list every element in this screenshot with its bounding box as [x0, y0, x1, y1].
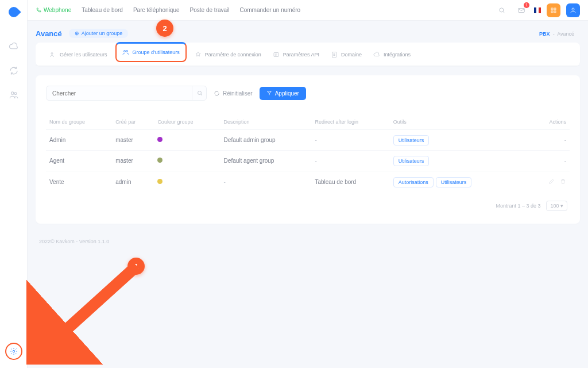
col-actions: Actions: [526, 114, 570, 130]
cell-name: Vente: [46, 171, 112, 193]
cell-created-by: admin: [112, 171, 154, 193]
nav-dashboard[interactable]: Tableau de bord: [82, 7, 123, 13]
tool-button[interactable]: Utilisateurs: [436, 177, 472, 187]
cell-name: Agent: [46, 151, 112, 171]
topbar: Webphone Tableau de bord Parc téléphoniq…: [28, 0, 588, 21]
webphone-link[interactable]: Webphone: [36, 7, 71, 13]
cell-tools: Utilisateurs: [390, 151, 526, 171]
search-input[interactable]: [46, 86, 207, 101]
cell-created-by: master: [112, 151, 154, 171]
svg-point-9: [572, 8, 574, 10]
users-icon[interactable]: [9, 90, 19, 100]
cell-tools: AutorisationsUtilisateurs: [390, 171, 526, 193]
sidebar: [0, 0, 28, 368]
pagination-info: Montrant 1 – 3 de 3: [496, 203, 540, 209]
tab-user-group[interactable]: Groupe d'utilisateurs: [115, 42, 187, 62]
tab-manage-users[interactable]: Gérer les utilisateurs: [44, 43, 113, 66]
cell-color: [154, 171, 220, 193]
apply-button[interactable]: Appliquer: [260, 87, 306, 100]
cell-redirect: Tableau de bord: [311, 171, 389, 193]
cloud-icon[interactable]: [9, 41, 19, 52]
cell-name: Admin: [46, 130, 112, 151]
tab-login-param[interactable]: Paramètre de connexion: [189, 43, 267, 66]
cell-color: [154, 130, 220, 151]
cell-redirect: -: [311, 130, 389, 151]
svg-rect-14: [332, 52, 336, 57]
col-created-by: Créé par: [112, 114, 154, 130]
cell-created-by: master: [112, 130, 154, 151]
add-group-button[interactable]: ⊕ Ajouter un groupe: [69, 29, 129, 38]
svg-point-12: [126, 51, 127, 52]
svg-point-0: [11, 92, 14, 95]
col-name: Nom du groupe: [46, 114, 112, 130]
tab-api-params[interactable]: Paramètres API: [267, 43, 325, 66]
svg-rect-7: [551, 11, 553, 13]
chevron-down-icon: ▾: [560, 203, 563, 209]
reset-button[interactable]: Réinitialiser: [214, 90, 253, 97]
top-nav: Tableau de bord Parc téléphonique Poste …: [82, 7, 300, 13]
flag-france-icon[interactable]: [534, 7, 541, 13]
svg-point-3: [500, 7, 504, 12]
col-color: Couleur groupe: [154, 114, 220, 130]
svg-point-10: [51, 53, 53, 55]
annotation-2: 2: [156, 20, 173, 37]
svg-rect-8: [554, 11, 556, 13]
cell-redirect: -: [311, 151, 389, 171]
cell-description: Default agent group: [220, 151, 312, 171]
footer-text: 2022© Kavkom - Version 1.1.0: [36, 233, 580, 244]
tab-integrations[interactable]: Intégrations: [368, 43, 416, 66]
annotation-arrow: [26, 255, 153, 365]
svg-point-15: [198, 91, 201, 95]
plus-icon: ⊕: [75, 30, 79, 36]
nav-workstation[interactable]: Poste de travail: [190, 7, 230, 13]
svg-rect-13: [274, 53, 278, 57]
svg-line-16: [44, 270, 133, 350]
table-row: Vente admin - Tableau de bord Autorisati…: [46, 171, 570, 193]
cell-color: [154, 151, 220, 171]
svg-point-1: [14, 93, 17, 95]
svg-point-2: [13, 350, 15, 352]
table-row: Admin master Default admin group - Utili…: [46, 130, 570, 151]
svg-rect-4: [519, 8, 525, 12]
breadcrumb: PBX - Avancé: [539, 31, 574, 37]
tool-button[interactable]: Autorisations: [393, 177, 434, 187]
search-icon[interactable]: [495, 3, 509, 17]
tool-button[interactable]: Utilisateurs: [393, 156, 430, 166]
edit-icon[interactable]: [548, 178, 555, 185]
nav-phone-park[interactable]: Parc téléphonique: [133, 7, 180, 13]
page-title: Avancé: [36, 29, 62, 38]
col-redirect: Redirect after login: [311, 114, 389, 130]
svg-point-11: [123, 51, 125, 52]
cell-description: Default admin group: [220, 130, 312, 151]
app-logo: [6, 5, 21, 19]
trash-icon[interactable]: [560, 178, 566, 185]
cell-actions: [526, 171, 570, 193]
notif-badge: 1: [524, 2, 529, 8]
grid-icon[interactable]: [547, 3, 560, 17]
table-row: Agent master Default agent group - Utili…: [46, 151, 570, 171]
tab-domain[interactable]: Domaine: [325, 43, 368, 66]
col-tools: Outils: [390, 114, 526, 130]
tool-button[interactable]: Utilisateurs: [393, 135, 430, 145]
refresh-icon[interactable]: [9, 66, 19, 76]
tabs: Gérer les utilisateurs Groupe d'utilisat…: [36, 43, 580, 66]
col-description: Description: [220, 114, 312, 130]
search-button[interactable]: [192, 86, 207, 101]
page-size-select[interactable]: 100 ▾: [546, 201, 567, 211]
groups-table: Nom du groupe Créé par Couleur groupe De…: [46, 114, 570, 193]
cell-actions: -: [526, 151, 570, 171]
settings-icon[interactable]: [5, 343, 22, 360]
nav-order-number[interactable]: Commander un numéro: [240, 7, 301, 13]
cell-actions: -: [526, 130, 570, 151]
mail-icon[interactable]: 1: [514, 3, 528, 17]
svg-rect-6: [554, 8, 556, 10]
cell-description: -: [220, 171, 312, 193]
svg-rect-5: [551, 8, 553, 10]
cell-tools: Utilisateurs: [390, 130, 526, 151]
user-menu-icon[interactable]: [566, 3, 580, 17]
